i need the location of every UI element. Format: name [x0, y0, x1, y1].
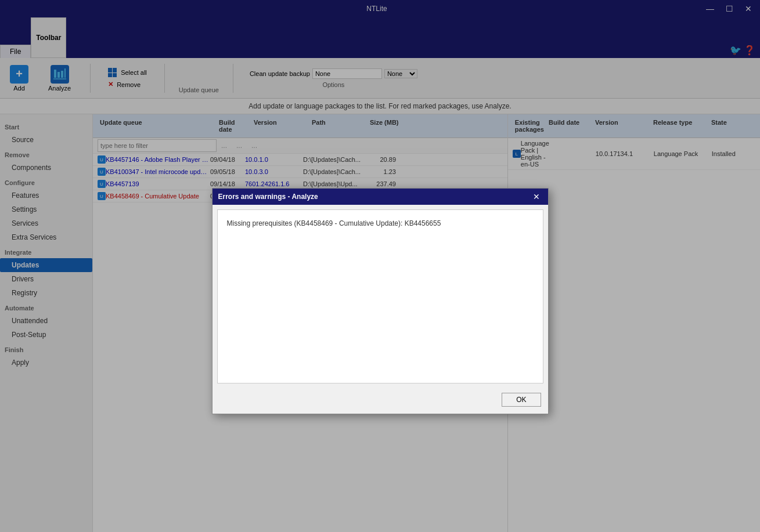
dialog-title: Errors and warnings - Analyze: [218, 193, 318, 201]
dialog-message: Missing prerequisites (KB4458469 - Cumul…: [227, 219, 441, 227]
dialog-title-bar: Errors and warnings - Analyze ✕: [212, 189, 548, 205]
dialog-close-button[interactable]: ✕: [531, 192, 542, 201]
analyze-dialog: Errors and warnings - Analyze ✕ Missing …: [212, 188, 549, 414]
dialog-overlay: Errors and warnings - Analyze ✕ Missing …: [0, 0, 760, 532]
dialog-footer: OK: [212, 388, 548, 414]
dialog-content: Missing prerequisites (KB4458469 - Cumul…: [217, 209, 543, 383]
dialog-ok-button[interactable]: OK: [502, 393, 541, 407]
